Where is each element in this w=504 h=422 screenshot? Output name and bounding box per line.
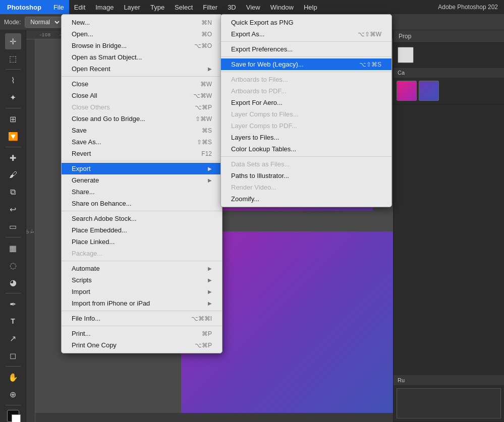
export-as[interactable]: Export As... ⌥⇧⌘W [221,28,391,40]
magic-wand-tool[interactable]: ✦ [5,89,21,105]
ruler-panel-content [397,388,501,418]
export-div-4 [221,156,391,157]
eraser-tool[interactable]: ▭ [5,218,21,234]
menu-generate[interactable]: Generate ▶ [62,174,222,186]
brush-tool[interactable]: 🖌 [5,167,21,183]
menu-filter[interactable]: Filter [198,0,222,14]
menu-close-others: Close Others ⌥⌘P [62,101,222,113]
lasso-tool[interactable]: ⌇ [5,72,21,88]
export-paths-illustrator[interactable]: Paths to Illustrator... [221,170,391,182]
export-layers-files[interactable]: Layers to Files... [221,132,391,143]
move-tool[interactable]: ✛ [5,33,21,49]
export-for-aero[interactable]: Export For Aero... [221,97,391,108]
properties-panel: Prop [394,30,504,68]
layer-thumbnail-2[interactable] [419,81,439,101]
export-preferences[interactable]: Export Preferences... [221,43,391,55]
tool-separator [6,69,21,70]
menu-3d[interactable]: 3D [222,0,241,14]
right-panels: Prop Ca Ru [393,30,504,422]
menu-open-smart-object[interactable]: Open as Smart Object... [62,51,222,63]
menu-window[interactable]: Window [265,0,299,14]
menu-open-recent[interactable]: Open Recent ▶ [62,63,222,75]
menu-file[interactable]: File [48,0,69,14]
menu-close-all[interactable]: Close All ⌥⌘W [62,90,222,101]
menu-automate[interactable]: Automate ▶ [62,263,222,274]
mode-label: Mode: [4,19,21,26]
menu-edit[interactable]: Edit [69,0,90,14]
menu-div-6 [62,326,222,326]
shape-tool[interactable]: ◻ [5,347,21,364]
app-title: Adobe Photoshop 202 [438,4,504,11]
menu-place-linked[interactable]: Place Linked... [62,236,222,248]
path-selection-tool[interactable]: ↗ [5,330,21,346]
menu-type[interactable]: Type [145,0,170,14]
menu-help[interactable]: Help [299,0,322,14]
menu-share-behance[interactable]: Share on Behance... [62,198,222,209]
pen-tool[interactable]: ✒ [5,296,21,312]
menu-save[interactable]: Save ⌘S [62,125,222,136]
export-layer-comps-files: Layer Comps to Files... [221,108,391,120]
menu-layer[interactable]: Layer [119,0,145,14]
menu-new[interactable]: New... ⌘N [62,17,222,28]
menu-scripts[interactable]: Scripts ▶ [62,274,222,286]
gradient-tool[interactable]: ▦ [5,240,21,256]
ruler-panel-body [394,385,504,421]
menu-print-one-copy[interactable]: Print One Copy ⌥⌘P [62,339,222,351]
tool-separator-5 [6,293,21,293]
eyedropper-tool[interactable]: 🔽 [5,128,21,144]
menu-revert[interactable]: Revert F12 [62,148,222,159]
clone-tool[interactable]: ⧉ [5,184,21,200]
menu-place-embedded[interactable]: Place Embedded... [62,224,222,236]
layer-thumbnail-1[interactable] [397,81,417,101]
menu-div-3 [62,211,222,211]
export-layer-comps-pdf: Layer Comps to PDF... [221,120,391,132]
history-brush-tool[interactable]: ↩ [5,201,21,217]
export-zoomify[interactable]: Zoomify... [221,193,391,205]
menu-close[interactable]: Close ⌘W [62,78,222,90]
properties-panel-body [394,43,504,67]
menu-file-info[interactable]: File Info... ⌥⌘⌘I [62,313,222,324]
ruler-panel: Ru [394,375,504,422]
canvas-panel-label: Ca [398,70,405,76]
menu-div-4 [62,261,222,261]
menu-export[interactable]: Export ▶ [62,163,222,174]
type-tool[interactable]: T [5,313,21,329]
export-submenu: Quick Export as PNG Export As... ⌥⇧⌘W Ex… [220,14,392,207]
foreground-color[interactable] [7,410,19,422]
menu-import-iphone[interactable]: Import from iPhone or iPad ▶ [62,297,222,309]
export-quick-png[interactable]: Quick Export as PNG [221,17,391,28]
export-artboards-pdf: Artboards to PDF... [221,85,391,97]
menu-open[interactable]: Open... ⌘O [62,28,222,40]
marquee-tool[interactable]: ⬚ [5,50,21,67]
export-div-3 [221,72,391,72]
hand-tool[interactable]: ✋ [5,369,21,385]
menu-share[interactable]: Share... [62,186,222,198]
toolbar: ✛ ⬚ ⌇ ✦ ⊞ 🔽 ✚ 🖌 ⧉ ↩ ▭ ▦ ◌ ◕ ✒ T ↗ ◻ ✋ ⊕ [0,30,26,422]
zoom-tool[interactable]: ⊕ [5,386,21,402]
ruler-panel-header: Ru [394,375,504,385]
menu-package: Package... [62,248,222,259]
menu-save-as[interactable]: Save As... ⇧⌘S [62,136,222,148]
export-save-for-web[interactable]: Save for Web (Legacy)... ⌥⇧⌘S [221,58,391,70]
menu-image[interactable]: Image [90,0,119,14]
menu-browse-bridge[interactable]: Browse in Bridge... ⌥⌘O [62,40,222,51]
properties-panel-header: Prop [394,30,504,43]
menu-search-stock[interactable]: Search Adobe Stock... [62,213,222,224]
menu-view[interactable]: View [241,0,265,14]
menu-close-bridge[interactable]: Close and Go to Bridge... ⇧⌘W [62,113,222,125]
dodge-tool[interactable]: ◕ [5,274,21,290]
crop-tool[interactable]: ⊞ [5,111,21,127]
menu-select[interactable]: Select [170,0,198,14]
healing-tool[interactable]: ✚ [5,150,21,166]
menu-div-2 [62,161,222,161]
export-color-lookup[interactable]: Color Lookup Tables... [221,143,391,155]
menu-print[interactable]: Print... ⌘P [62,328,222,339]
canvas-panel-header: Ca [394,68,504,78]
mode-select[interactable]: Normal [25,17,62,28]
app-name[interactable]: Photoshop [0,0,48,14]
tool-separator-4 [6,237,21,237]
blur-tool[interactable]: ◌ [5,257,21,273]
export-data-sets: Data Sets as Files... [221,158,391,170]
menu-import[interactable]: Import ▶ [62,286,222,297]
export-div-1 [221,41,391,42]
